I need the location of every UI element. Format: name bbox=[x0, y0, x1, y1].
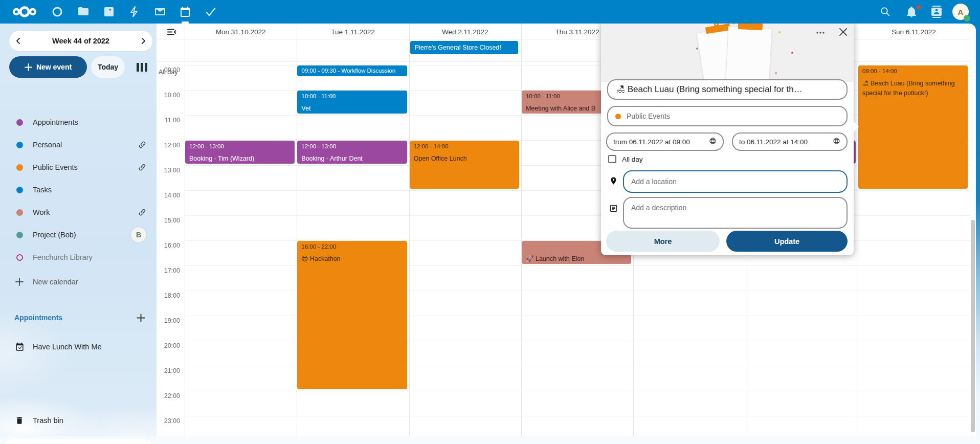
calendar-list-item[interactable]: Appointments bbox=[3, 111, 153, 134]
calendar-event[interactable]: 12:00 - 13:00Booking - Tim (Wizard) bbox=[185, 141, 295, 164]
popup-more-actions-button[interactable] bbox=[813, 25, 828, 40]
timezone-globe-icon[interactable] bbox=[833, 137, 840, 146]
appointment-item[interactable]: Have Lunch With Me bbox=[3, 337, 153, 357]
share-link-icon[interactable] bbox=[138, 141, 146, 149]
hour-line bbox=[185, 391, 970, 391]
grid-column-line bbox=[185, 24, 185, 436]
grid-scrollbar-thumb[interactable] bbox=[971, 220, 975, 432]
location-input[interactable] bbox=[623, 170, 848, 193]
add-appointment-button[interactable] bbox=[137, 314, 145, 322]
more-button[interactable]: More bbox=[606, 231, 720, 252]
description-icon bbox=[609, 204, 618, 213]
checkbox-box[interactable] bbox=[608, 155, 616, 163]
event-title-input[interactable] bbox=[607, 79, 848, 100]
time-axis-label: 13:00 bbox=[157, 167, 180, 174]
new-calendar-label: New calendar bbox=[33, 278, 78, 286]
status-dot bbox=[964, 15, 970, 21]
calendar-settings-button[interactable]: Calendar settings bbox=[4, 439, 152, 444]
event-title: Open Office Lunch bbox=[414, 154, 515, 164]
calendar-name: Personal bbox=[33, 141, 138, 149]
calendar-color-dot bbox=[16, 232, 23, 238]
location-input-field[interactable] bbox=[630, 177, 840, 186]
today-button[interactable]: Today bbox=[91, 56, 125, 78]
notifications-bell-icon[interactable] bbox=[905, 6, 918, 18]
event-time: 16:00 - 22:00 bbox=[301, 243, 403, 251]
calendar-color-dot bbox=[16, 209, 23, 216]
dashboard-icon[interactable] bbox=[51, 6, 63, 18]
time-axis-label: 16:00 bbox=[157, 242, 180, 249]
calendar-list-item[interactable]: Tasks bbox=[3, 179, 153, 201]
calendar-list-item[interactable]: Project (Bob)B bbox=[3, 224, 153, 246]
mail-icon[interactable] bbox=[154, 6, 166, 18]
collapse-allday-icon[interactable] bbox=[167, 28, 176, 38]
new-event-button[interactable]: New event bbox=[9, 56, 87, 78]
event-time: 12:00 - 13:00 bbox=[301, 143, 403, 150]
time-axis-label: 09:00 bbox=[157, 66, 180, 74]
top-bar: A bbox=[0, 0, 980, 24]
new-calendar-button[interactable]: New calendar bbox=[3, 272, 153, 292]
calendar-name: Fenchurch Library bbox=[33, 253, 146, 261]
day-header: Mon 31.10.2022 bbox=[185, 26, 297, 37]
calendar-color-dot bbox=[16, 119, 23, 126]
previous-week-button[interactable] bbox=[9, 31, 28, 51]
timezone-globe-icon[interactable] bbox=[709, 137, 717, 146]
week-label: Week 44 of 2022 bbox=[52, 37, 109, 45]
calendar-name: Project (Bob) bbox=[33, 231, 131, 239]
end-date-value: to 06.11.2022 at 14:00 bbox=[739, 138, 808, 146]
day-header: Wed 2.11.2022 bbox=[409, 26, 521, 37]
share-link-icon[interactable] bbox=[138, 163, 146, 171]
photos-icon[interactable] bbox=[103, 6, 115, 18]
files-folder-icon[interactable] bbox=[77, 6, 90, 18]
all-day-checkbox[interactable]: All day bbox=[608, 155, 643, 163]
calendar-select[interactable]: Public Events bbox=[607, 106, 848, 126]
calendar-event[interactable]: 09:00 - 09:30 - Workflow Discussion bbox=[297, 65, 407, 76]
time-axis-label: 18:00 bbox=[157, 292, 180, 299]
appointments-section-title: Appointments bbox=[14, 314, 137, 322]
calendar-app-icon[interactable] bbox=[179, 6, 191, 18]
allday-event[interactable]: Pierre's General Store Closed! bbox=[410, 41, 518, 54]
update-button[interactable]: Update bbox=[726, 231, 848, 252]
calendar-list-item[interactable]: Public Events bbox=[3, 156, 153, 179]
description-input[interactable] bbox=[623, 197, 848, 229]
calendar-event[interactable]: 12:00 - 14:00Open Office Lunch bbox=[410, 141, 519, 189]
popup-illustration bbox=[601, 19, 854, 82]
active-app-indicator bbox=[182, 21, 189, 24]
time-axis-label: 21:00 bbox=[157, 367, 180, 374]
calendar-list-item[interactable]: Fenchurch Library bbox=[3, 246, 153, 269]
time-axis-label: 12:00 bbox=[157, 142, 180, 149]
calendar-color-dot bbox=[16, 164, 23, 171]
event-title: Vet bbox=[301, 104, 403, 114]
calendar-event[interactable]: 10:00 - 11:00Vet bbox=[297, 91, 407, 114]
event-title: 😎 Hackathon bbox=[301, 254, 403, 264]
event-title-value[interactable] bbox=[615, 84, 839, 95]
contacts-icon[interactable] bbox=[930, 6, 943, 18]
start-date-input[interactable]: from 06.11.2022 at 09:00 bbox=[606, 132, 724, 151]
calendar-list-item[interactable]: Work bbox=[3, 201, 153, 224]
week-view-columns-button[interactable] bbox=[133, 59, 150, 75]
calendar-event[interactable]: 12:00 - 13:00Booking - Arthur Dent bbox=[297, 141, 407, 164]
all-day-label: All day bbox=[622, 156, 643, 163]
share-link-icon[interactable] bbox=[138, 208, 146, 216]
search-icon[interactable] bbox=[879, 6, 892, 18]
nextcloud-logo[interactable] bbox=[11, 4, 38, 19]
tasks-check-icon[interactable] bbox=[205, 6, 217, 18]
event-title: Booking - Arthur Dent bbox=[301, 154, 403, 164]
trash-bin-button[interactable]: Trash bin bbox=[3, 410, 153, 431]
grid-column-line bbox=[409, 24, 410, 436]
end-date-input[interactable]: to 06.11.2022 at 14:00 bbox=[732, 132, 848, 151]
description-input-field[interactable] bbox=[630, 203, 840, 225]
calendar-event[interactable]: 09:00 - 14:00🏖 Beach Luau (Bring somethi… bbox=[858, 65, 968, 189]
time-axis-label: 11:00 bbox=[157, 117, 180, 124]
event-title: Booking - Tim (Wizard) bbox=[189, 154, 291, 164]
calendar-list-item[interactable]: Personal bbox=[3, 134, 153, 156]
activity-icon[interactable] bbox=[128, 6, 141, 18]
calendar-color-dot bbox=[16, 142, 23, 148]
shared-by-badge: B bbox=[131, 227, 146, 242]
notification-badge bbox=[917, 5, 921, 9]
popup-close-button[interactable] bbox=[835, 24, 851, 39]
day-header: Tue 1.11.2022 bbox=[297, 26, 409, 37]
next-week-button[interactable] bbox=[134, 31, 152, 51]
calendar-event[interactable]: 16:00 - 22:00😎 Hackathon bbox=[297, 241, 407, 389]
sidebar: Week 44 of 2022 New event Today Appointm… bbox=[0, 24, 157, 436]
columns-view-icon bbox=[137, 63, 147, 72]
